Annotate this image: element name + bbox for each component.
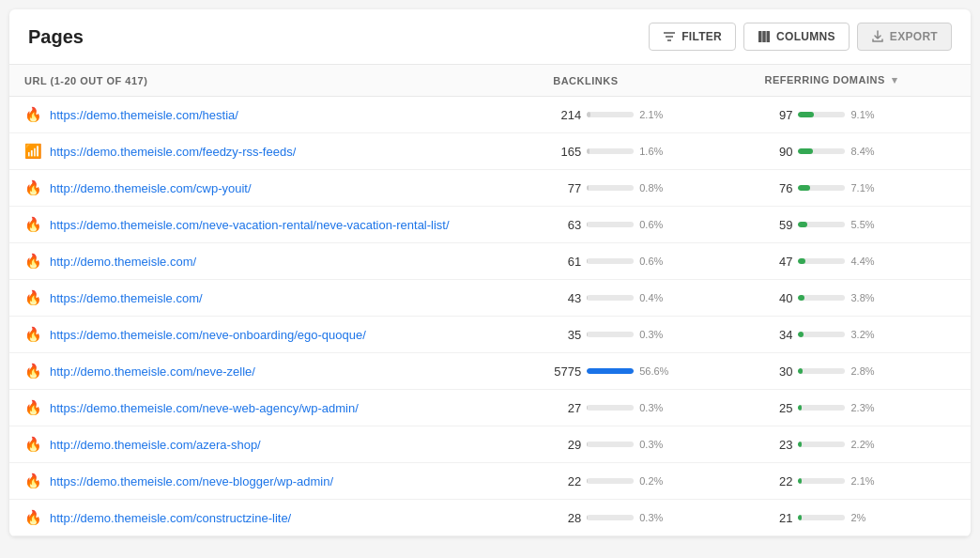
referring-number: 30 (764, 364, 792, 379)
filter-button[interactable]: FILTER (649, 23, 736, 51)
referring-bar (798, 185, 810, 191)
main-container: Pages FILTER (9, 9, 971, 536)
referring-pct: 7.1% (850, 182, 880, 194)
referring-cell: 97 9.1% (749, 97, 971, 133)
backlinks-bar (587, 332, 588, 337)
backlinks-pct: 0.6% (639, 219, 669, 230)
referring-number: 25 (764, 401, 792, 415)
backlinks-pct: 0.3% (639, 329, 669, 340)
favicon-fire: 🔥 (24, 289, 42, 306)
referring-cell: 90 8.4% (749, 133, 971, 170)
url-link[interactable]: https://demo.themeisle.com/neve-blogger/… (50, 474, 333, 488)
backlinks-cell: 22 0.2% (538, 463, 749, 500)
table-row: 🔥 https://demo.themeisle.com/neve-blogge… (9, 463, 971, 500)
referring-number: 76 (764, 181, 792, 195)
url-link[interactable]: https://demo.themeisle.com/neve-web-agen… (50, 401, 359, 415)
url-link[interactable]: http://demo.themeisle.com/ (50, 255, 196, 269)
url-cell: 🔥 https://demo.themeisle.com/ (9, 280, 538, 317)
table-row: 🔥 https://demo.themeisle.com/neve-web-ag… (9, 390, 971, 426)
toolbar: FILTER COLUMNS (649, 23, 952, 51)
favicon-fire: 🔥 (24, 399, 42, 416)
backlinks-cell: 43 0.4% (538, 280, 749, 317)
referring-pct: 9.1% (850, 109, 880, 120)
referring-number: 23 (764, 438, 792, 452)
referring-bar-container (798, 148, 845, 154)
referring-bar (798, 148, 813, 154)
url-cell: 🔥 http://demo.themeisle.com/constructzin… (9, 500, 538, 536)
backlinks-pct: 0.3% (639, 512, 669, 523)
table-row: 🔥 http://demo.themeisle.com/azera-shop/ … (9, 426, 971, 463)
referring-number: 59 (764, 218, 792, 232)
backlinks-number: 29 (553, 438, 581, 452)
referring-bar (798, 405, 802, 411)
backlinks-bar (587, 148, 590, 154)
referring-pct: 2.1% (850, 475, 880, 487)
sort-icon: ▾ (892, 74, 898, 85)
url-link[interactable]: http://demo.themeisle.com/azera-shop/ (50, 438, 261, 452)
backlinks-bar-container (587, 405, 634, 411)
table-row: 🔥 https://demo.themeisle.com/neve-vacati… (9, 207, 971, 243)
referring-number: 90 (764, 145, 792, 159)
url-link[interactable]: https://demo.themeisle.com/feedzy-rss-fe… (50, 145, 296, 159)
referring-cell: 59 5.5% (749, 207, 971, 243)
backlinks-cell: 29 0.3% (538, 426, 749, 463)
columns-label: COLUMNS (776, 30, 835, 43)
backlinks-number: 35 (553, 328, 581, 342)
referring-bar (798, 258, 805, 264)
filter-label: FILTER (681, 30, 722, 43)
url-link[interactable]: https://demo.themeisle.com/hestia/ (50, 108, 238, 122)
backlinks-bar (587, 112, 590, 117)
backlinks-bar-container (587, 332, 634, 337)
url-link[interactable]: http://demo.themeisle.com/cwp-youit/ (50, 181, 252, 195)
export-button[interactable]: EXPORT (857, 23, 952, 51)
backlinks-cell: 35 0.3% (538, 317, 749, 353)
backlinks-pct: 1.6% (639, 146, 669, 157)
backlinks-pct: 0.3% (639, 439, 669, 450)
referring-bar-container (798, 112, 845, 117)
url-link[interactable]: https://demo.themeisle.com/neve-onboardi… (50, 328, 366, 342)
referring-bar (798, 332, 804, 337)
url-cell: 🔥 http://demo.themeisle.com/cwp-youit/ (9, 170, 538, 207)
backlinks-cell: 27 0.3% (538, 390, 749, 426)
backlinks-bar (587, 478, 588, 484)
backlinks-number: 77 (553, 181, 581, 195)
referring-bar-container (798, 442, 845, 447)
backlinks-pct: 2.1% (639, 109, 669, 120)
table-body: 🔥 https://demo.themeisle.com/hestia/ 214… (9, 97, 971, 536)
table-row: 🔥 http://demo.themeisle.com/ 61 0.6% 47 … (9, 243, 971, 280)
url-link[interactable]: https://demo.themeisle.com/neve-vacation… (50, 218, 450, 232)
col-header-referring-domains[interactable]: REFERRING DOMAINS ▾ (749, 65, 971, 97)
svg-rect-3 (758, 31, 762, 42)
referring-bar-container (798, 295, 845, 301)
backlinks-pct: 0.2% (639, 475, 669, 487)
table-row: 🔥 https://demo.themeisle.com/ 43 0.4% 40… (9, 280, 971, 317)
backlinks-number: 27 (553, 401, 581, 415)
referring-number: 22 (764, 474, 792, 488)
url-cell: 🔥 https://demo.themeisle.com/neve-blogge… (9, 463, 538, 500)
table-row: 🔥 https://demo.themeisle.com/hestia/ 214… (9, 97, 971, 133)
backlinks-bar (587, 442, 588, 447)
favicon-fire: 🔥 (24, 179, 42, 196)
backlinks-number: 28 (553, 511, 581, 525)
url-link[interactable]: https://demo.themeisle.com/ (50, 291, 203, 305)
backlinks-pct: 0.6% (639, 256, 669, 267)
referring-pct: 5.5% (850, 219, 880, 230)
referring-cell: 23 2.2% (749, 426, 971, 463)
backlinks-number: 61 (553, 255, 581, 269)
favicon-fire: 🔥 (24, 326, 42, 343)
table-row: 📶 https://demo.themeisle.com/feedzy-rss-… (9, 133, 971, 170)
export-label: EXPORT (890, 30, 938, 43)
backlinks-bar (587, 295, 588, 301)
url-link[interactable]: http://demo.themeisle.com/constructzine-… (50, 511, 291, 525)
referring-bar (798, 478, 802, 484)
backlinks-bar-container (587, 478, 634, 484)
columns-button[interactable]: COLUMNS (743, 23, 850, 51)
referring-pct: 2.8% (850, 365, 880, 377)
url-link[interactable]: http://demo.themeisle.com/neve-zelle/ (50, 364, 255, 379)
referring-bar (798, 368, 803, 374)
referring-bar-container (798, 478, 845, 484)
backlinks-bar-container (587, 295, 634, 301)
backlinks-bar-container (587, 368, 634, 374)
backlinks-bar (587, 515, 588, 520)
referring-cell: 34 3.2% (749, 317, 971, 353)
